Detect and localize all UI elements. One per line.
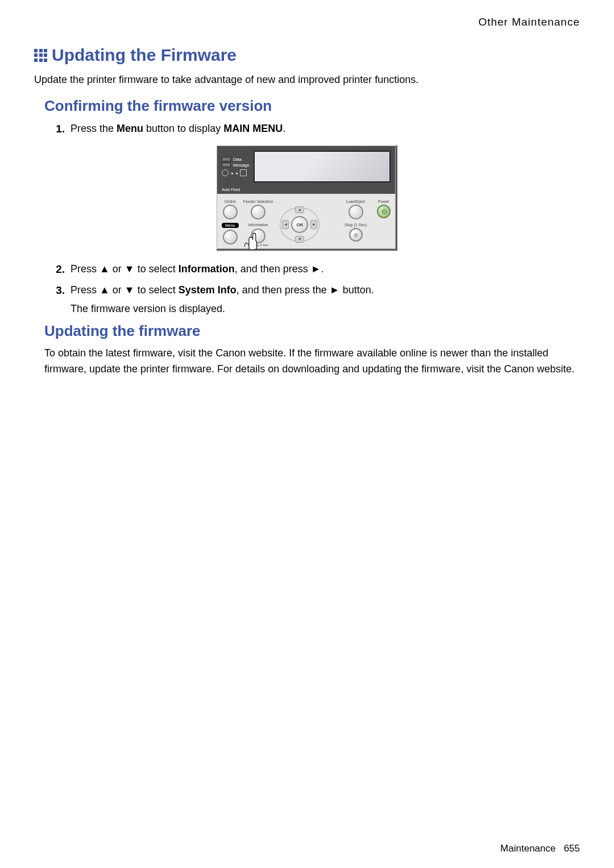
control-panel-figure: Data Message ● ● Auto Feed Online Menu	[217, 146, 397, 251]
dot-icon: ●	[231, 171, 233, 175]
information-label: Information	[243, 223, 273, 227]
step3-text-c: , and then press the ► button.	[237, 284, 374, 296]
subheading-updating: Updating the firmware	[44, 322, 580, 340]
nav-left-button[interactable]: ◄	[282, 220, 289, 229]
step3-text-a: Press ▲ or ▼ to select	[70, 284, 179, 296]
autofeed-label: Auto Feed	[217, 187, 395, 194]
waiting-label: Waiting 3 Sec	[243, 243, 273, 247]
stop-button[interactable]: ◎	[349, 228, 363, 242]
stop-label: Stop (1 Sec)	[345, 223, 367, 227]
nav-down-button[interactable]: ▼	[295, 236, 304, 243]
nav-cluster: ▲ ▼ ◄ ► OK	[277, 204, 322, 245]
load-eject-button[interactable]	[349, 205, 363, 219]
updating-paragraph: To obtain the latest firmware, visit the…	[44, 346, 580, 377]
message-led-label: Message	[233, 163, 249, 167]
nav-right-button[interactable]: ►	[310, 220, 317, 229]
step3-subtext: The firmware version is displayed.	[70, 301, 374, 317]
feeder-label: Feeder Selection	[243, 200, 273, 203]
roll-icon	[222, 169, 229, 176]
information-bold: Information	[179, 263, 235, 275]
load-eject-label: Load/Eject	[345, 200, 367, 203]
step1-text-e: .	[283, 123, 285, 134]
nav-up-button[interactable]: ▲	[295, 206, 304, 213]
page-footer: Maintenance 655	[500, 843, 580, 854]
subheading-confirming: Confirming the firmware version	[44, 97, 580, 115]
step1-text-a: Press the	[70, 123, 117, 134]
step-number: 1.	[45, 121, 65, 138]
step-1: 1. Press the Menu button to display MAIN…	[45, 121, 580, 138]
step-number: 3.	[45, 282, 65, 299]
step-3: 3. Press ▲ or ▼ to select System Info, a…	[45, 282, 580, 317]
intro-paragraph: Update the printer firmware to take adva…	[34, 74, 580, 86]
step2-text-a: Press ▲ or ▼ to select	[70, 263, 179, 275]
menu-button[interactable]	[223, 230, 238, 244]
step2-text-c: , and then press ►.	[235, 263, 324, 275]
power-button[interactable]: ⏻	[377, 205, 391, 218]
section-dots-icon	[34, 49, 47, 62]
step-number: 2.	[45, 261, 65, 278]
message-led-icon	[222, 163, 231, 167]
main-menu-bold: MAIN MENU	[223, 123, 283, 134]
footer-section: Maintenance	[500, 843, 555, 854]
feeder-button[interactable]	[251, 205, 265, 219]
menu-label-bold: Menu	[117, 123, 143, 134]
page-title: Updating the Firmware	[52, 45, 237, 65]
power-label: Power	[377, 200, 391, 203]
dot2-icon: ●	[235, 171, 238, 175]
data-led-icon	[222, 157, 231, 161]
data-led-label: Data	[233, 157, 242, 161]
sheet-icon	[240, 169, 247, 176]
lcd-screen	[254, 151, 391, 182]
footer-page-number: 655	[564, 843, 580, 854]
menu-button-label: Menu	[222, 223, 239, 228]
online-button[interactable]	[223, 205, 238, 219]
breadcrumb: Other Maintenance	[34, 16, 580, 28]
step-2: 2. Press ▲ or ▼ to select Information, a…	[45, 261, 580, 278]
systeminfo-bold: System Info	[179, 284, 237, 296]
step1-text-c: button to display	[143, 123, 223, 134]
online-label: Online	[222, 200, 239, 203]
ok-button[interactable]: OK	[291, 216, 308, 233]
information-button[interactable]	[251, 229, 265, 243]
